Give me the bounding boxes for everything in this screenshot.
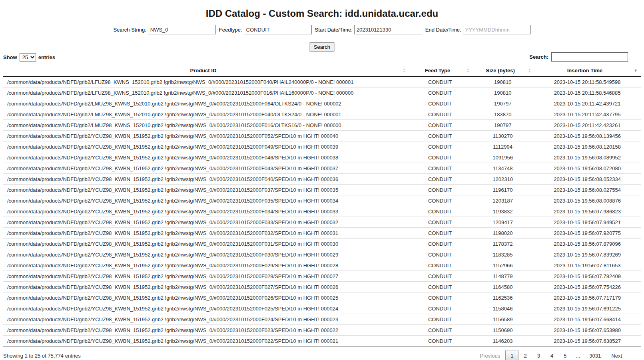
insertion-time-cell: 2023-10-15 19:56:07.653980: [534, 325, 641, 336]
feed-type-cell: CONDUIT: [408, 292, 472, 303]
size-cell: 1193832: [472, 206, 534, 217]
end-datetime-field-group: End Date/Time:: [425, 25, 531, 34]
table-row[interactable]: /common/data/products/NDFD/grib2/YCUZ98_…: [3, 249, 641, 260]
table-row[interactable]: /common/data/products/NDFD/grib2/YCUZ98_…: [3, 292, 641, 303]
size-cell: 1091956: [472, 152, 534, 163]
feed-type-cell: CONDUIT: [408, 152, 472, 163]
pagination-page-button[interactable]: 4: [545, 350, 558, 360]
feed-type-cell: CONDUIT: [408, 271, 472, 282]
insertion-time-cell: 2023-10-15 19:56:07.691225: [534, 303, 641, 314]
pagination-page-button[interactable]: 3031: [584, 350, 606, 360]
insertion-time-cell: 2023-10-15 19:56:08.139456: [534, 131, 641, 141]
pagination-next-button[interactable]: Next: [606, 350, 627, 360]
insertion-time-cell: 2023-10-15 19:56:07.754226: [534, 282, 641, 292]
column-header-feed-type[interactable]: Feed Type ▲▼: [408, 65, 472, 77]
column-header-size-bytes[interactable]: Size (bytes) ▲▼: [472, 65, 534, 77]
feedtype-input[interactable]: [244, 25, 312, 34]
feed-type-cell: CONDUIT: [408, 195, 472, 206]
end-datetime-label: End Date/Time:: [425, 27, 461, 33]
column-header-label: Insertion Time: [567, 68, 603, 74]
table-row[interactable]: /common/data/products/NDFD/grib2/YCUZ98_…: [3, 131, 641, 141]
size-cell: 1198020: [472, 228, 534, 239]
feedtype-field-group: Feedtype:: [219, 25, 312, 34]
pagination-page-button[interactable]: 1: [505, 350, 518, 360]
pagination-previous-button[interactable]: Previous: [475, 350, 506, 360]
table-header-row: Product ID ▲▼ Feed Type ▲▼ Size (bytes) …: [3, 65, 641, 77]
size-cell: 1152966: [472, 260, 534, 271]
pagination-page-button[interactable]: 3: [532, 350, 545, 360]
table-row[interactable]: /common/data/products/NDFD/grib2/LFUZ98_…: [3, 77, 641, 88]
insertion-time-cell: 2023-10-15 19:56:08.089952: [534, 152, 641, 163]
insertion-time-cell: 2023-10-15 19:56:07.811653: [534, 260, 641, 271]
table-row[interactable]: /common/data/products/NDFD/grib2/YCUZ98_…: [3, 271, 641, 282]
table-row[interactable]: /common/data/products/NDFD/grib2/YCUZ98_…: [3, 163, 641, 174]
table-search-input[interactable]: [551, 52, 628, 62]
table-row[interactable]: /common/data/products/NDFD/grib2/YCUZ98_…: [3, 174, 641, 185]
insertion-time-cell: 2023-10-15 19:56:08.052334: [534, 174, 641, 185]
pagination: Previous 12345…3031 Next: [475, 350, 627, 360]
search-button[interactable]: Search: [309, 42, 335, 52]
product-id-cell: /common/data/products/NDFD/grib2/YCUZ98_…: [3, 325, 408, 336]
feed-type-cell: CONDUIT: [408, 185, 472, 195]
insertion-time-cell: 2023-10-15 19:56:07.839269: [534, 249, 641, 260]
pagination-pages: 12345…3031: [505, 350, 606, 360]
table-row[interactable]: /common/data/products/NDFD/grib2/YCUZ98_…: [3, 282, 641, 292]
table-row[interactable]: /common/data/products/NDFD/grib2/YCUZ98_…: [3, 336, 641, 346]
table-row[interactable]: /common/data/products/NDFD/grib2/YCUZ98_…: [3, 325, 641, 336]
product-id-cell: /common/data/products/NDFD/grib2/YCUZ98_…: [3, 217, 408, 228]
table-row[interactable]: /common/data/products/NDFD/grib2/LMUZ98_…: [3, 98, 641, 109]
insertion-time-cell: 2023-10-15 19:56:07.668414: [534, 314, 641, 325]
feed-type-cell: CONDUIT: [408, 228, 472, 239]
table-body: /common/data/products/NDFD/grib2/LFUZ98_…: [3, 77, 641, 346]
column-header-insertion-time[interactable]: Insertion Time ▼: [534, 65, 641, 77]
feed-type-cell: CONDUIT: [408, 206, 472, 217]
table-row[interactable]: /common/data/products/NDFD/grib2/YCUZ98_…: [3, 152, 641, 163]
column-header-label: Size (bytes): [486, 68, 515, 74]
feed-type-cell: CONDUIT: [408, 141, 472, 152]
page-length-select[interactable]: 25: [20, 53, 36, 62]
insertion-time-cell: 2023-10-15 19:56:07.949521: [534, 217, 641, 228]
feed-type-cell: CONDUIT: [408, 249, 472, 260]
feed-type-cell: CONDUIT: [408, 120, 472, 131]
product-id-cell: /common/data/products/NDFD/grib2/YCUZ98_…: [3, 260, 408, 271]
product-id-cell: /common/data/products/NDFD/grib2/YCUZ98_…: [3, 249, 408, 260]
product-id-cell: /common/data/products/NDFD/grib2/YCUZ98_…: [3, 228, 408, 239]
product-id-cell: /common/data/products/NDFD/grib2/YCUZ98_…: [3, 282, 408, 292]
size-cell: 183870: [472, 109, 534, 120]
custom-search-form: Search String: Feedtype: Start Date/Time…: [3, 25, 641, 34]
table-row[interactable]: /common/data/products/NDFD/grib2/YCUZ98_…: [3, 217, 641, 228]
product-id-cell: /common/data/products/NDFD/grib2/YCUZ98_…: [3, 174, 408, 185]
table-row[interactable]: /common/data/products/NDFD/grib2/YCUZ98_…: [3, 239, 641, 249]
end-datetime-input[interactable]: [463, 25, 531, 34]
search-string-input[interactable]: [148, 25, 216, 34]
feed-type-cell: CONDUIT: [408, 163, 472, 174]
table-row[interactable]: /common/data/products/NDFD/grib2/YCUZ98_…: [3, 314, 641, 325]
insertion-time-cell: 2023-10-15 19:56:07.986823: [534, 206, 641, 217]
column-header-product-id[interactable]: Product ID ▲▼: [3, 65, 408, 77]
show-label: Show: [3, 54, 17, 60]
size-cell: 1146203: [472, 336, 534, 346]
table-row[interactable]: /common/data/products/NDFD/grib2/YCUZ98_…: [3, 195, 641, 206]
pagination-page-button[interactable]: 5: [558, 350, 572, 360]
column-header-label: Feed Type: [425, 68, 450, 74]
start-datetime-label: Start Date/Time:: [315, 27, 353, 33]
table-row[interactable]: /common/data/products/NDFD/grib2/YCUZ98_…: [3, 185, 641, 195]
start-datetime-input[interactable]: [354, 25, 422, 34]
insertion-time-cell: 2023-10-15 19:56:07.879096: [534, 239, 641, 249]
table-row[interactable]: /common/data/products/NDFD/grib2/LMUZ98_…: [3, 120, 641, 131]
table-row[interactable]: /common/data/products/NDFD/grib2/YCUZ98_…: [3, 206, 641, 217]
table-row[interactable]: /common/data/products/NDFD/grib2/YCUZ98_…: [3, 303, 641, 314]
table-row[interactable]: /common/data/products/NDFD/grib2/YCUZ98_…: [3, 228, 641, 239]
table-row[interactable]: /common/data/products/NDFD/grib2/LFUZ98_…: [3, 88, 641, 98]
product-id-cell: /common/data/products/NDFD/grib2/YCUZ98_…: [3, 303, 408, 314]
insertion-time-cell: 2023-10-15 19:56:07.782409: [534, 271, 641, 282]
feed-type-cell: CONDUIT: [408, 314, 472, 325]
feed-type-cell: CONDUIT: [408, 336, 472, 346]
table-row[interactable]: /common/data/products/NDFD/grib2/YCUZ98_…: [3, 141, 641, 152]
feedtype-label: Feedtype:: [219, 27, 242, 33]
size-cell: 1203187: [472, 195, 534, 206]
search-string-label: Search String:: [113, 27, 146, 33]
table-row[interactable]: /common/data/products/NDFD/grib2/LMUZ98_…: [3, 109, 641, 120]
pagination-page-button[interactable]: 2: [518, 350, 532, 360]
table-row[interactable]: /common/data/products/NDFD/grib2/YCUZ98_…: [3, 260, 641, 271]
